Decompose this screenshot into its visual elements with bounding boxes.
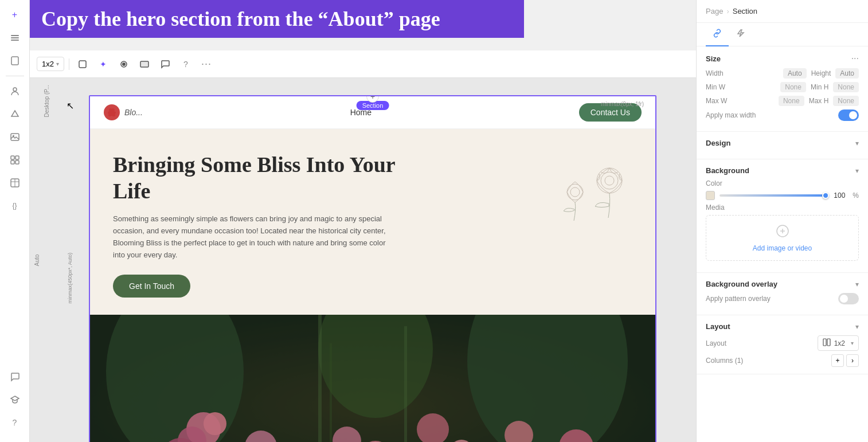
media-label: Media xyxy=(706,204,725,212)
image-btn[interactable] xyxy=(136,56,153,73)
svg-rect-8 xyxy=(15,156,19,159)
max-w-label: Max W xyxy=(706,97,727,105)
more-btn[interactable]: ··· xyxy=(198,56,215,73)
tab-design[interactable] xyxy=(706,23,729,46)
hero-description: Something as seemingly simple as flowers… xyxy=(113,213,398,261)
nav-logo: Blo... xyxy=(124,108,143,117)
slider-thumb xyxy=(822,192,829,199)
minmax-label: minmax(0px, 1fr) xyxy=(601,101,644,107)
magic-btn[interactable]: ✦ xyxy=(95,56,112,73)
annotation-banner: Copy the hero section from the “About” p… xyxy=(30,0,524,38)
height-label: Height xyxy=(811,69,831,77)
opacity-slider[interactable] xyxy=(720,194,829,197)
canvas-area[interactable]: Auto Desktop (P... minmax(450px*, Auto) … xyxy=(30,78,696,442)
right-panel: Page › Section Size ··· xyxy=(696,0,868,442)
height-value[interactable]: Auto xyxy=(835,68,859,79)
width-height-row: Width Auto Height Auto xyxy=(706,68,859,79)
shapes-icon-btn[interactable] xyxy=(5,104,25,124)
design-section: Design ▾ xyxy=(697,132,868,159)
max-h-value[interactable]: None xyxy=(833,96,859,106)
svg-rect-19 xyxy=(140,61,148,67)
apply-pattern-toggle[interactable] xyxy=(838,293,859,304)
background-expand-btn[interactable]: ▾ xyxy=(855,167,859,175)
layout-chevron-icon: ▾ xyxy=(56,61,59,67)
background-overlay-expand-btn[interactable]: ▾ xyxy=(855,280,859,288)
grid-layout-icon xyxy=(823,338,831,348)
add-icon-btn[interactable]: + xyxy=(5,5,25,25)
people-icon-btn[interactable] xyxy=(5,81,25,101)
minw-minh-row: Min W None Min H None xyxy=(706,82,859,92)
min-h-label: Min H xyxy=(811,83,828,91)
size-section-header: Size ··· xyxy=(706,53,859,64)
background-section: Background ▾ Color 100 % Media xyxy=(697,159,868,273)
size-label-auto: Auto xyxy=(34,254,40,266)
pages-icon-btn[interactable] xyxy=(5,50,25,71)
max-w-value[interactable]: None xyxy=(779,96,804,106)
table-icon-btn[interactable] xyxy=(5,173,25,193)
svg-rect-59 xyxy=(827,339,830,346)
min-w-label: Min W xyxy=(706,83,725,91)
flower-photo: 4,50€ 6,12€ xyxy=(90,315,655,442)
sidebar-divider-1 xyxy=(6,76,24,76)
design-expand-btn[interactable]: ▾ xyxy=(855,139,859,147)
image-icon-btn[interactable] xyxy=(5,127,25,147)
columns-expand-btn[interactable]: › xyxy=(846,354,859,367)
tab-interactions[interactable] xyxy=(729,23,752,46)
main-area: Copy the hero section from the “About” p… xyxy=(30,0,696,442)
hero-cta-btn[interactable]: Get In Touch xyxy=(113,275,190,298)
layout-section-header: Layout ▾ xyxy=(706,322,859,331)
layers-icon-btn[interactable] xyxy=(5,28,25,48)
svg-rect-2 xyxy=(11,40,19,41)
code-icon-btn[interactable]: {} xyxy=(5,195,25,216)
breadcrumb-sep: › xyxy=(726,7,729,15)
layout-section-title: Layout xyxy=(706,322,730,331)
graduation-icon-btn[interactable] xyxy=(5,389,25,410)
help-btn[interactable]: ? xyxy=(177,56,194,73)
columns-stepper: + › xyxy=(831,354,859,367)
min-h-value[interactable]: None xyxy=(833,82,859,92)
maxw-maxh-row: Max W None Max H None xyxy=(706,96,859,106)
help-icon-btn[interactable]: ? xyxy=(5,412,25,433)
chat-icon-btn[interactable] xyxy=(5,366,25,387)
background-title: Background xyxy=(706,166,749,175)
background-overlay-header: Background overlay ▾ xyxy=(706,280,859,288)
panel-header: Page › Section xyxy=(697,0,868,23)
hero-content: Bringing Some Bliss Into Your Life Somet… xyxy=(113,152,398,298)
size-more-btn[interactable]: ··· xyxy=(851,53,859,64)
toolbar-separator-1 xyxy=(69,58,69,70)
columns-add-btn[interactable]: + xyxy=(831,354,844,367)
layout-select-box[interactable]: 1x2 ▾ xyxy=(818,335,859,351)
grid-icon-btn[interactable] xyxy=(5,150,25,170)
opacity-unit: % xyxy=(853,191,859,200)
columns-label: Columns (1) xyxy=(706,357,743,365)
media-box-text: Add image or video xyxy=(753,244,812,252)
width-value[interactable]: Auto xyxy=(783,68,807,79)
svg-rect-3 xyxy=(11,57,18,65)
rose-illustration xyxy=(546,152,632,232)
frame-btn[interactable] xyxy=(74,56,91,73)
sidebar-bottom: ? xyxy=(5,366,25,437)
svg-rect-58 xyxy=(823,339,826,346)
design-section-title: Design xyxy=(706,139,730,147)
lightning-icon xyxy=(736,31,745,40)
size-label-left: minmax(450px*, Auto) xyxy=(67,253,73,304)
breadcrumb-page[interactable]: Page xyxy=(706,7,723,15)
media-box[interactable]: Add image or video xyxy=(706,215,859,261)
layout-select[interactable]: 1x2 ▾ xyxy=(37,57,64,71)
apply-max-width-toggle[interactable] xyxy=(838,109,859,121)
media-row: Media xyxy=(706,204,859,212)
svg-point-24 xyxy=(570,187,580,197)
min-w-value[interactable]: None xyxy=(780,82,806,92)
color-row: Color xyxy=(706,179,859,187)
layout-expand-btn[interactable]: ▾ xyxy=(855,323,859,331)
hero-section: Bringing Some Bliss Into Your Life Somet… xyxy=(90,129,655,315)
apply-pattern-row: Apply pattern overlay xyxy=(706,293,859,304)
layout-section: Layout ▾ Layout 1x2 ▾ Columns (1) + › xyxy=(697,315,868,374)
maxw-value-group: None Max H None xyxy=(779,96,859,106)
logo-icon xyxy=(104,104,120,120)
fill-btn[interactable] xyxy=(115,56,132,73)
comment-btn[interactable] xyxy=(157,56,174,73)
width-value-group: Auto Height Auto xyxy=(783,68,859,79)
color-swatch[interactable] xyxy=(706,191,715,200)
svg-point-4 xyxy=(13,88,17,91)
